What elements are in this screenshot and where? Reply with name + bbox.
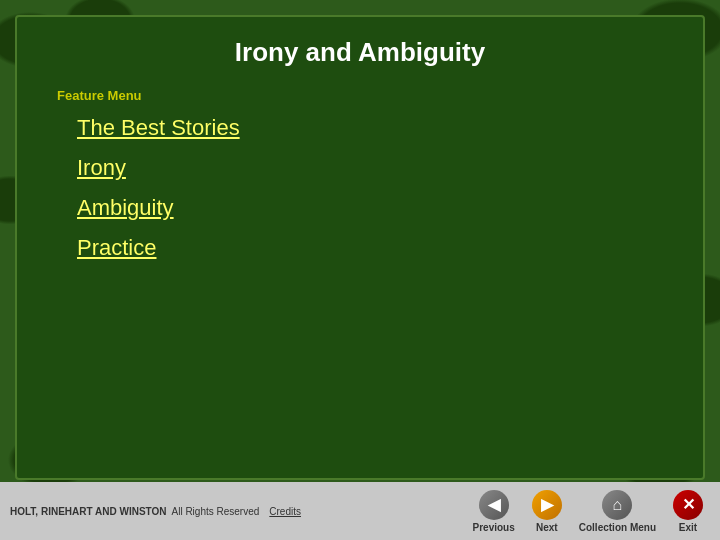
list-item: Practice — [77, 235, 663, 261]
collection-menu-button[interactable]: ⌂ Collection Menu — [573, 486, 662, 537]
list-item: Irony — [77, 155, 663, 181]
collection-menu-label: Collection Menu — [579, 522, 656, 533]
exit-button[interactable]: ✕ Exit — [666, 486, 710, 537]
practice-link[interactable]: Practice — [77, 235, 156, 260]
publisher-text: HOLT, RINEHART AND WINSTON All Rights Re… — [10, 506, 259, 517]
next-icon: ▶ — [532, 490, 562, 520]
publisher-info: HOLT, RINEHART AND WINSTON All Rights Re… — [10, 506, 301, 517]
next-label: Next — [536, 522, 558, 533]
previous-icon: ◀ — [479, 490, 509, 520]
home-icon: ⌂ — [602, 490, 632, 520]
page-title: Irony and Ambiguity — [57, 37, 663, 68]
list-item: The Best Stories — [77, 115, 663, 141]
the-best-stories-link[interactable]: The Best Stories — [77, 115, 240, 140]
publisher-name: HOLT, RINEHART AND WINSTON — [10, 506, 166, 517]
feature-menu-label: Feature Menu — [57, 88, 663, 103]
credits-link[interactable]: Credits — [269, 506, 301, 517]
list-item: Ambiguity — [77, 195, 663, 221]
main-panel: Irony and Ambiguity Feature Menu The Bes… — [15, 15, 705, 480]
menu-links: The Best Stories Irony Ambiguity Practic… — [57, 115, 663, 261]
rights-text: All Rights Reserved — [172, 506, 260, 517]
exit-label: Exit — [679, 522, 697, 533]
previous-button[interactable]: ◀ Previous — [467, 486, 521, 537]
ambiguity-link[interactable]: Ambiguity — [77, 195, 174, 220]
exit-icon: ✕ — [673, 490, 703, 520]
next-button[interactable]: ▶ Next — [525, 486, 569, 537]
previous-label: Previous — [473, 522, 515, 533]
irony-link[interactable]: Irony — [77, 155, 126, 180]
bottom-bar: HOLT, RINEHART AND WINSTON All Rights Re… — [0, 482, 720, 540]
bottom-nav: ◀ Previous ▶ Next ⌂ Collection Menu ✕ Ex… — [467, 486, 710, 537]
